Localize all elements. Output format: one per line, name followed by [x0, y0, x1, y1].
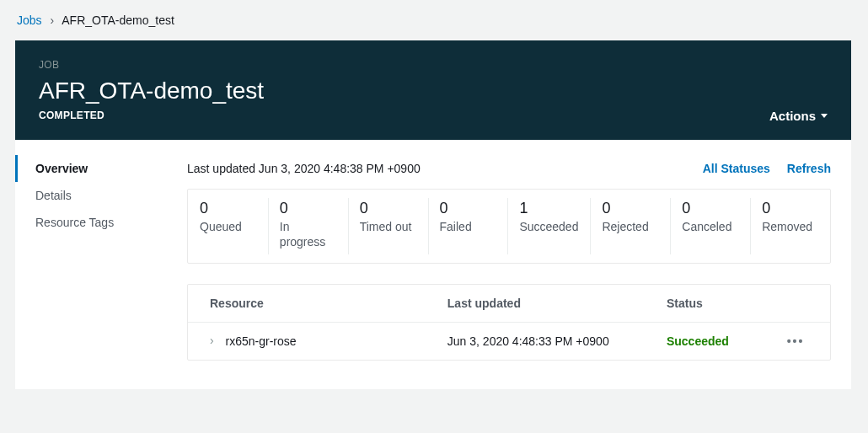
col-header-status: Status	[667, 297, 776, 310]
active-indicator	[15, 155, 18, 182]
actions-dropdown[interactable]: Actions	[769, 109, 828, 123]
breadcrumb-separator-icon: ›	[50, 13, 54, 27]
all-statuses-link[interactable]: All Statuses	[703, 162, 770, 175]
cell-resource: › rx65n-gr-rose	[203, 334, 447, 348]
refresh-link[interactable]: Refresh	[787, 162, 831, 175]
side-nav: Overview Details Resource Tags	[15, 140, 167, 389]
actions-label: Actions	[769, 109, 816, 123]
job-hero: JOB AFR_OTA-demo_test COMPLETED Actions	[15, 40, 851, 140]
overview-header: Last updated Jun 3, 2020 4:48:38 PM +090…	[187, 162, 831, 175]
chevron-right-icon[interactable]: ›	[210, 334, 214, 347]
main-content: Last updated Jun 3, 2020 4:48:38 PM +090…	[167, 140, 851, 389]
breadcrumb-current: AFR_OTA-demo_test	[62, 13, 174, 27]
sidenav-item-overview[interactable]: Overview	[15, 155, 167, 182]
hero-eyebrow: JOB	[39, 59, 828, 71]
last-updated: Last updated Jun 3, 2020 4:48:38 PM +090…	[187, 162, 686, 175]
sidenav-item-label: Overview	[35, 162, 88, 175]
resources-table: Resource Last updated Status › rx65n-gr-…	[187, 284, 831, 361]
table-row[interactable]: › rx65n-gr-rose Jun 3, 2020 4:48:33 PM +…	[188, 323, 830, 360]
sidenav-item-resource-tags[interactable]: Resource Tags	[15, 209, 167, 236]
stat-failed[interactable]: 0 Failed	[428, 190, 508, 263]
stat-succeeded[interactable]: 1 Succeeded	[507, 190, 590, 263]
stat-rejected[interactable]: 0 Rejected	[590, 190, 670, 263]
status-counters: 0 Queued 0 In progress 0 Timed out 0 Fai…	[187, 189, 831, 264]
sidenav-item-details[interactable]: Details	[15, 182, 167, 209]
chevron-down-icon	[821, 114, 828, 118]
row-actions-menu-icon[interactable]: •••	[787, 334, 805, 348]
cell-actions: •••	[776, 334, 815, 348]
breadcrumb: Jobs › AFR_OTA-demo_test	[15, 8, 851, 40]
stat-in-progress[interactable]: 0 In progress	[268, 190, 348, 263]
stat-removed[interactable]: 0 Removed	[750, 190, 830, 263]
cell-updated: Jun 3, 2020 4:48:33 PM +0900	[447, 334, 667, 348]
cell-status: Succeeded	[667, 334, 776, 348]
stat-queued[interactable]: 0 Queued	[188, 190, 268, 263]
page-title: AFR_OTA-demo_test	[39, 78, 828, 104]
breadcrumb-root-link[interactable]: Jobs	[17, 13, 42, 27]
col-header-updated: Last updated	[447, 297, 667, 310]
stat-timed-out[interactable]: 0 Timed out	[348, 190, 428, 263]
stat-canceled[interactable]: 0 Canceled	[670, 190, 750, 263]
col-header-resource: Resource	[203, 297, 447, 310]
job-status-badge: COMPLETED	[39, 110, 828, 121]
page-container: Jobs › AFR_OTA-demo_test JOB AFR_OTA-dem…	[0, 0, 868, 414]
table-header-row: Resource Last updated Status	[188, 285, 830, 323]
sidenav-item-label: Details	[35, 189, 72, 202]
sidenav-item-label: Resource Tags	[35, 216, 114, 229]
content-panel: Overview Details Resource Tags Last upda…	[15, 140, 851, 389]
